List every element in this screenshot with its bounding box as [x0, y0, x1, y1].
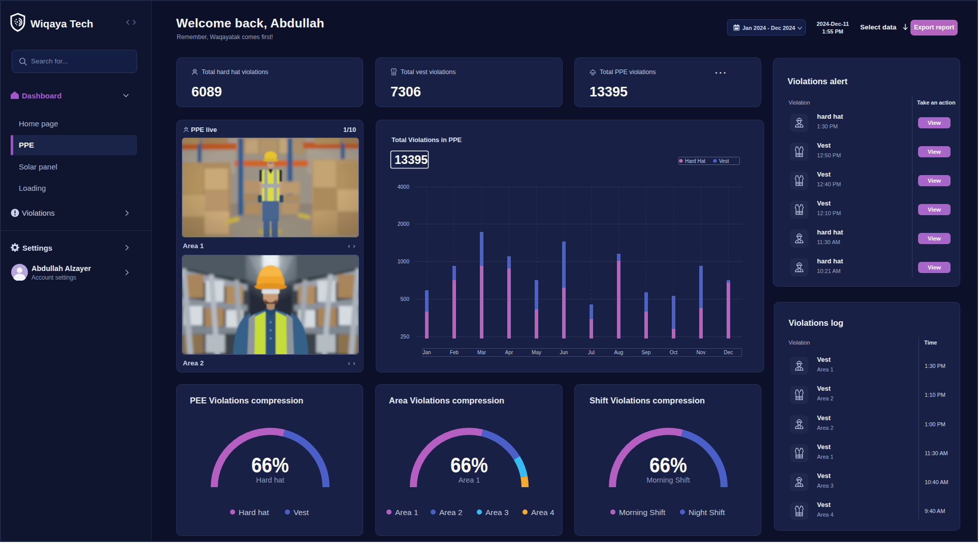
- svg-text:66%: 66%: [649, 453, 687, 477]
- svg-text:Area 2: Area 2: [439, 508, 463, 517]
- svg-text:Vest: Vest: [293, 508, 309, 517]
- svg-text:Area 4: Area 4: [531, 508, 554, 517]
- svg-text:66%: 66%: [450, 453, 488, 477]
- svg-text:Morning Shift: Morning Shift: [619, 508, 666, 517]
- svg-text:Dec: Dec: [724, 350, 733, 355]
- svg-text:Jul: Jul: [588, 350, 595, 355]
- svg-text:Night Shift: Night Shift: [689, 508, 725, 517]
- svg-text:4000: 4000: [398, 184, 410, 190]
- svg-text:Area 1: Area 1: [395, 508, 418, 517]
- svg-text:Mar: Mar: [477, 350, 486, 355]
- svg-text:Total Violations in PPE: Total Violations in PPE: [391, 136, 462, 144]
- svg-text:13395: 13395: [395, 153, 428, 166]
- svg-text:Area 3: Area 3: [485, 508, 509, 517]
- svg-text:Jun: Jun: [560, 350, 568, 355]
- svg-text:May: May: [532, 350, 541, 355]
- svg-text:66%: 66%: [251, 453, 289, 477]
- svg-text:Nov: Nov: [697, 350, 706, 355]
- svg-text:Feb: Feb: [450, 350, 459, 355]
- svg-text:Morning Shift: Morning Shift: [646, 476, 690, 484]
- svg-text:Vest: Vest: [719, 158, 729, 164]
- svg-text:Aug: Aug: [614, 350, 624, 355]
- svg-text:2000: 2000: [398, 221, 410, 227]
- svg-text:250: 250: [400, 333, 409, 339]
- svg-text:Jan: Jan: [422, 350, 431, 355]
- svg-text:1000: 1000: [398, 258, 410, 264]
- svg-text:Hard hat: Hard hat: [239, 508, 269, 517]
- svg-text:500: 500: [400, 296, 409, 302]
- svg-text:Oct: Oct: [670, 350, 678, 355]
- svg-text:Hard hat: Hard hat: [256, 476, 284, 484]
- svg-text:Hard Hat: Hard Hat: [685, 158, 705, 164]
- svg-text:Area 1: Area 1: [459, 476, 480, 484]
- svg-text:Sep: Sep: [642, 350, 651, 355]
- svg-text:Apr: Apr: [505, 350, 513, 355]
